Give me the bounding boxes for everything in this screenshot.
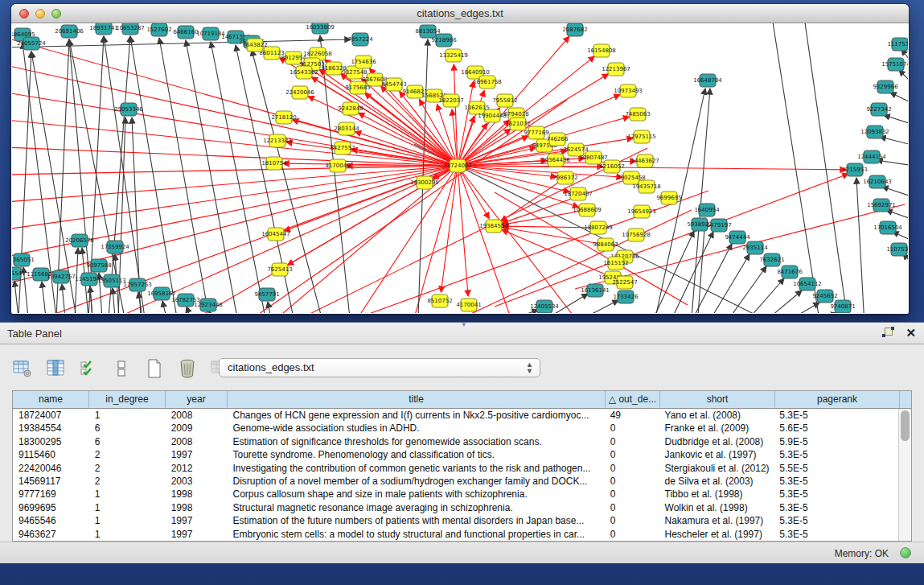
- graph-node[interactable]: 8427552: [330, 142, 355, 154]
- table-cell[interactable]: 2: [89, 462, 166, 475]
- graph-node[interactable]: 16154808: [587, 44, 616, 57]
- graph-node[interactable]: 746266: [547, 133, 569, 146]
- table-cell[interactable]: 5.5E-5: [774, 462, 898, 475]
- graph-node[interactable]: 10654112: [793, 278, 822, 290]
- table-cell[interactable]: 9777169: [13, 488, 89, 501]
- table-cell[interactable]: 9463627: [13, 528, 89, 541]
- graph-node[interactable]: 9699695: [656, 192, 681, 204]
- graph-node[interactable]: 9474444: [725, 231, 750, 244]
- table-cell[interactable]: 2008: [166, 409, 228, 422]
- table-cell[interactable]: Wolkin et al. (1998): [659, 501, 774, 514]
- table-cell[interactable]: 6: [89, 422, 166, 435]
- graph-edge[interactable]: [890, 93, 908, 101]
- graph-edge[interactable]: [856, 178, 864, 313]
- panel-divider-grip[interactable]: ▾: [462, 320, 466, 328]
- table-cell[interactable]: Dudbridge et al. (2008): [659, 435, 774, 448]
- table-cell[interactable]: 2008: [166, 435, 228, 448]
- table-cell[interactable]: Disruption of a novel member of a sodium…: [228, 475, 605, 488]
- table-cell[interactable]: 18300295: [13, 435, 89, 448]
- graph-node[interactable]: 14463627: [630, 154, 659, 167]
- window-titlebar[interactable]: citations_edges.txt: [11, 4, 909, 23]
- graph-node[interactable]: 9227342: [866, 103, 891, 116]
- graph-node[interactable]: 7625413: [267, 263, 292, 276]
- graph-edge[interactable]: [744, 278, 784, 313]
- table-cell[interactable]: 0: [605, 488, 659, 501]
- table-cell[interactable]: Embryonic stem cells: a model to study s…: [228, 528, 605, 541]
- graph-node[interactable]: 1117535: [887, 38, 908, 51]
- graph-node[interactable]: 12213967: [602, 63, 630, 76]
- graph-edge[interactable]: [708, 254, 749, 313]
- graph-edge[interactable]: [458, 166, 468, 296]
- graph-node[interactable]: 1365051: [12, 253, 35, 266]
- memory-ok-indicator[interactable]: [900, 547, 911, 558]
- new-table-icon[interactable]: [144, 358, 165, 379]
- table-selector-dropdown[interactable]: citations_edges.txt ▲▼: [219, 358, 540, 377]
- table-cell[interactable]: Hescheler et al. (1997): [659, 528, 774, 541]
- graph-node[interactable]: 7857224: [347, 33, 373, 46]
- graph-edge[interactable]: [44, 166, 458, 313]
- graph-node[interactable]: 17016504: [873, 221, 902, 234]
- table-cell[interactable]: 0: [605, 462, 659, 475]
- table-cell[interactable]: 5.3E-5: [774, 475, 898, 488]
- table-cell[interactable]: 5.3E-5: [774, 488, 898, 501]
- table-cell[interactable]: Tibbo et al. (1998): [659, 488, 774, 501]
- table-cell[interactable]: Jankovic et al. (1997): [659, 448, 774, 461]
- graph-node[interactable]: 6466160: [173, 26, 198, 39]
- graph-node[interactable]: 9884067: [593, 238, 618, 251]
- graph-node[interactable]: 12213343: [263, 134, 292, 147]
- graph-edge[interactable]: [284, 166, 458, 231]
- graph-edge[interactable]: [899, 70, 908, 80]
- table-row[interactable]: 2242004622012Investigating the contribut…: [13, 462, 898, 475]
- graph-node[interactable]: 15692971: [867, 199, 896, 212]
- graph-edge[interactable]: [186, 40, 237, 313]
- table-row[interactable]: 1872400712008Changes of HCN gene express…: [13, 409, 898, 422]
- table-cell[interactable]: 0: [605, 528, 659, 541]
- table-cell[interactable]: 2009: [166, 422, 228, 435]
- table-cell[interactable]: 2012: [166, 462, 228, 475]
- graph-node[interactable]: 7986372: [552, 171, 577, 184]
- table-cell[interactable]: 0: [605, 514, 659, 527]
- graph-node[interactable]: 12093832: [860, 126, 889, 138]
- table-cell[interactable]: 5.3E-5: [774, 448, 898, 461]
- graph-node[interactable]: 9097588: [86, 259, 111, 272]
- table-cell[interactable]: Estimation of the future numbers of pati…: [228, 514, 605, 527]
- table-cell[interactable]: 19384554: [13, 422, 89, 435]
- graph-node[interactable]: 1640954: [694, 204, 720, 216]
- table-cell[interactable]: Structural magnetic resonance image aver…: [228, 501, 605, 514]
- graph-node[interactable]: 9329966: [873, 80, 898, 93]
- table-cell[interactable]: 9115460: [13, 448, 89, 461]
- table-cell[interactable]: 18724007: [13, 409, 89, 422]
- graph-node[interactable]: 9777169: [524, 126, 548, 139]
- table-cell[interactable]: 9465546: [13, 514, 89, 527]
- table-row[interactable]: 1830029562008Estimation of significance …: [13, 435, 898, 448]
- table-cell[interactable]: 1: [89, 488, 166, 501]
- table-cell[interactable]: 1: [89, 501, 166, 514]
- column-header-title[interactable]: title: [228, 391, 606, 408]
- graph-node[interactable]: 7955812: [492, 94, 517, 107]
- column-visibility-icon[interactable]: [45, 358, 66, 379]
- graph-node[interactable]: 20691406: [55, 25, 84, 38]
- graph-node[interactable]: 18300295: [410, 176, 439, 189]
- graph-edge[interactable]: [42, 282, 46, 313]
- graph-edge[interactable]: [12, 166, 458, 202]
- graph-node[interactable]: 2087682: [562, 23, 587, 36]
- table-settings-icon[interactable]: [12, 358, 33, 379]
- table-row[interactable]: 977716911998Corpus callosum shape and si…: [13, 488, 898, 501]
- citation-network-graph[interactable]: 1864095240557242069140618931741106532871…: [12, 23, 908, 313]
- graph-node[interactable]: 17957253: [123, 278, 152, 291]
- table-cell[interactable]: Nakamura et al. (1997): [659, 514, 774, 527]
- graph-node[interactable]: 10688609: [573, 204, 602, 216]
- table-cell[interactable]: 49: [605, 409, 659, 422]
- table-cell[interactable]: 1997: [166, 514, 228, 527]
- table-cell[interactable]: 1997: [166, 448, 228, 461]
- graph-edge[interactable]: [654, 231, 694, 313]
- column-header-out-de-[interactable]: △ out_de...: [606, 391, 660, 408]
- close-panel-icon[interactable]: ✕: [906, 327, 916, 339]
- table-row[interactable]: 969969511998Structural magnetic resonanc…: [13, 501, 898, 514]
- graph-node[interactable]: 20364436: [541, 154, 570, 167]
- graph-node[interactable]: 20206576: [65, 234, 94, 247]
- table-cell[interactable]: 0: [605, 422, 659, 435]
- table-cell[interactable]: 0: [605, 501, 659, 514]
- table-cell[interactable]: 0: [605, 435, 659, 448]
- table-cell[interactable]: Yano et al. (2008): [659, 409, 774, 422]
